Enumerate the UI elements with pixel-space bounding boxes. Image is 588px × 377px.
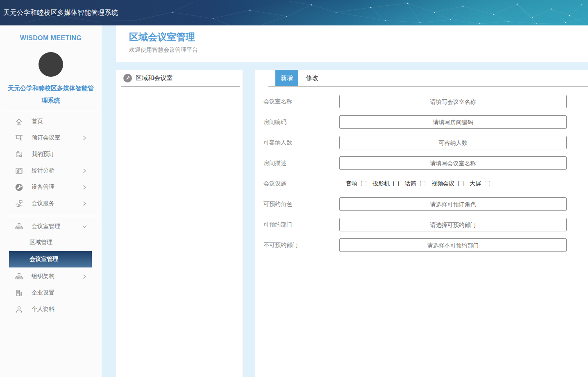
facility-option-label: 视频会议 [431, 180, 454, 187]
sidebar-item-label: 个人资料 [32, 306, 54, 313]
sidebar-subitem-label: 区域管理 [30, 239, 52, 246]
field-label-room-code: 房间编码 [263, 119, 339, 126]
page-header: 区域会议室管理 欢迎使用智慧会议管理平台 [116, 25, 588, 62]
chevron-right-icon [82, 168, 88, 174]
chevron-right-icon [82, 274, 88, 280]
hand-service-icon [15, 199, 23, 208]
capacity-input[interactable] [339, 136, 567, 149]
avatar[interactable] [39, 52, 63, 77]
sidebar-item-organization[interactable]: 组织架构 [0, 268, 102, 285]
chevron-right-icon [82, 201, 88, 207]
sidebar-item-statistics[interactable]: 统计分析 [0, 162, 102, 179]
sidebar-item-label: 会议服务 [32, 200, 54, 207]
form-row-non-bookable-departments: 不可预约部门 [263, 238, 588, 252]
sidebar-item-meeting-room-management[interactable]: 会议室管理 [0, 218, 102, 235]
sidebar-item-meeting-services[interactable]: 会议服务 [0, 195, 102, 212]
room-description-input[interactable] [339, 156, 567, 170]
facility-option: 大屏 [470, 180, 490, 187]
field-label-bookable-departments: 可预约部门 [263, 221, 339, 228]
tab-add[interactable]: 新增 [275, 70, 298, 86]
form-row-capacity: 可容纳人数 [263, 136, 588, 149]
page-subtitle: 欢迎使用智慧会议管理平台 [129, 46, 588, 54]
room-code-input[interactable] [339, 115, 567, 129]
tab-edit[interactable]: 修改 [301, 70, 324, 86]
sidebar-menu-top: 首页预订会议室我的预订统计分析设备管理会议服务 [0, 111, 102, 212]
system-name: 天元公学和睦校区多媒体智能管理系统 [5, 82, 97, 107]
room-form-panel: 新增修改 会议室名称房间编码可容纳人数房间描述会议设施音响投影机话筒视频会议大屏… [255, 70, 588, 377]
facility-checkbox-2[interactable] [420, 181, 425, 186]
sidebar-item-home[interactable]: 首页 [0, 113, 102, 130]
topbar: 天元公学和睦校区多媒体智能管理系统 [0, 0, 588, 25]
facility-checkbox-3[interactable] [458, 181, 463, 186]
main-content: 区域会议室管理 欢迎使用智慧会议管理平台 区域和会议室 新增修改 会议室名 [116, 25, 588, 377]
sidebar: WISDOM MEETING 天元公学和睦校区多媒体智能管理系统 首页预订会议室… [0, 25, 102, 377]
field-label-room-name: 会议室名称 [263, 98, 339, 105]
user-icon [15, 305, 23, 313]
field-label-capacity: 可容纳人数 [263, 139, 339, 146]
sidebar-item-profile[interactable]: 个人资料 [0, 301, 102, 318]
sitemap-icon [15, 272, 23, 281]
sidebar-item-label: 企业设置 [32, 289, 54, 297]
field-label-room-description: 房间描述 [263, 160, 339, 167]
calendar-search-icon [15, 150, 23, 158]
sidebar-item-book-meeting-room[interactable]: 预订会议室 [0, 130, 102, 146]
region-tree-panel: 区域和会议室 [116, 70, 243, 377]
sidebar-item-label: 首页 [32, 118, 43, 125]
facility-option: 视频会议 [431, 180, 463, 187]
room-name-input[interactable] [339, 95, 567, 108]
form-row-bookable-roles: 可预约角色 [263, 197, 588, 211]
sidebar-item-label: 设备管理 [32, 183, 54, 191]
sidebar-item-label: 预订会议室 [32, 134, 60, 142]
sidebar-menu-bottom: 会议室管理区域管理会议室管理组织架构企业设置个人资料 [0, 216, 102, 318]
panel-gap [243, 70, 255, 377]
bookable-roles-input[interactable] [339, 197, 567, 211]
chevron-right-icon [82, 184, 88, 190]
tree-panel-header: 区域和会议室 [116, 70, 243, 86]
building-icon [15, 289, 23, 297]
non-bookable-departments-input[interactable] [339, 238, 567, 252]
facility-option-label: 话筒 [405, 180, 416, 187]
form-row-facilities: 会议设施音响投影机话筒视频会议大屏 [263, 177, 588, 190]
header-separator-band [116, 62, 588, 70]
field-label-non-bookable-departments: 不可预约部门 [263, 242, 339, 249]
sidebar-item-enterprise-settings[interactable]: 企业设置 [0, 285, 102, 301]
page-title: 区域会议室管理 [129, 31, 588, 43]
field-label-bookable-roles: 可预约角色 [263, 201, 339, 208]
form-tabs: 新增修改 [268, 70, 588, 87]
brand-text: WISDOM MEETING [0, 34, 102, 42]
presentation-icon [15, 134, 23, 142]
chevron-right-icon [82, 135, 88, 141]
app-title: 天元公学和睦校区多媒体智能管理系统 [3, 9, 118, 17]
sidebar-item-device-management[interactable]: 设备管理 [0, 179, 102, 195]
sidebar-subitem-area-management[interactable]: 区域管理 [0, 235, 102, 250]
facility-option-label: 音响 [346, 180, 357, 187]
form-row-room-description: 房间描述 [263, 156, 588, 170]
facility-checkbox-4[interactable] [485, 181, 490, 186]
bar-chart-icon [15, 167, 23, 175]
tree-panel-title: 区域和会议室 [136, 74, 173, 82]
chevron-down-icon [82, 224, 88, 230]
home-icon [15, 117, 23, 126]
sidebar-item-label: 我的预订 [32, 151, 54, 158]
sidebar-right-spacer [102, 25, 116, 377]
form-row-room-name: 会议室名称 [263, 95, 588, 108]
form-row-bookable-departments: 可预约部门 [263, 218, 588, 231]
bookable-departments-input[interactable] [339, 218, 567, 231]
sitemap-icon [15, 222, 23, 231]
sidebar-item-label: 组织架构 [32, 273, 54, 280]
sidebar-item-label: 会议室管理 [32, 223, 60, 230]
facility-checkbox-0[interactable] [361, 181, 366, 186]
room-form: 会议室名称房间编码可容纳人数房间描述会议设施音响投影机话筒视频会议大屏可预约角色… [255, 87, 588, 252]
facility-checkbox-1[interactable] [393, 181, 399, 186]
panels: 区域和会议室 新增修改 会议室名称房间编码可容纳人数房间描述会议设施音响投影机话… [116, 70, 588, 377]
wrench-icon [123, 74, 132, 82]
facility-option-label: 投影机 [372, 180, 390, 187]
sidebar-subitem-meeting-room-management-sub[interactable]: 会议室管理 [9, 251, 92, 267]
region-tree-empty-area [116, 87, 243, 377]
field-label-facilities: 会议设施 [263, 180, 339, 187]
facility-option: 音响 [346, 180, 366, 187]
facility-option-label: 大屏 [470, 180, 481, 187]
sidebar-item-my-bookings[interactable]: 我的预订 [0, 146, 102, 162]
form-row-room-code: 房间编码 [263, 115, 588, 129]
facility-option: 投影机 [372, 180, 399, 187]
